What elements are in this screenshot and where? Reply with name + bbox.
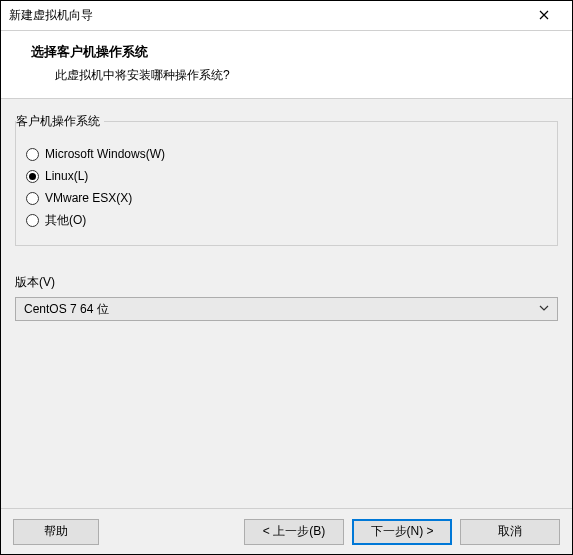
radio-windows[interactable]: Microsoft Windows(W)	[26, 143, 547, 165]
version-label: 版本(V)	[15, 274, 558, 291]
radio-icon	[26, 170, 39, 183]
chevron-down-icon	[539, 302, 549, 316]
radio-label: Linux(L)	[45, 169, 88, 183]
radio-icon	[26, 148, 39, 161]
footer: 帮助 < 上一步(B) 下一步(N) > 取消	[1, 508, 572, 554]
guest-os-legend: 客户机操作系统	[16, 113, 104, 130]
next-button[interactable]: 下一步(N) >	[352, 519, 452, 545]
radio-linux[interactable]: Linux(L)	[26, 165, 547, 187]
header-subtitle: 此虚拟机中将安装哪种操作系统?	[31, 67, 556, 84]
wizard-window: 新建虚拟机向导 选择客户机操作系统 此虚拟机中将安装哪种操作系统? 客户机操作系…	[0, 0, 573, 555]
close-icon	[539, 9, 549, 23]
radio-label: 其他(O)	[45, 212, 86, 229]
header-title: 选择客户机操作系统	[31, 43, 556, 61]
radio-label: Microsoft Windows(W)	[45, 147, 165, 161]
back-button[interactable]: < 上一步(B)	[244, 519, 344, 545]
version-selected-value: CentOS 7 64 位	[24, 301, 109, 318]
radio-other[interactable]: 其他(O)	[26, 209, 547, 231]
header-panel: 选择客户机操作系统 此虚拟机中将安装哪种操作系统?	[1, 31, 572, 99]
body-panel: 客户机操作系统 Microsoft Windows(W) Linux(L) VM…	[1, 99, 572, 508]
cancel-button[interactable]: 取消	[460, 519, 560, 545]
window-title: 新建虚拟机向导	[9, 7, 524, 24]
guest-os-group: 客户机操作系统 Microsoft Windows(W) Linux(L) VM…	[15, 121, 558, 246]
radio-vmware-esx[interactable]: VMware ESX(X)	[26, 187, 547, 209]
help-button[interactable]: 帮助	[13, 519, 99, 545]
radio-label: VMware ESX(X)	[45, 191, 132, 205]
radio-icon	[26, 214, 39, 227]
radio-icon	[26, 192, 39, 205]
titlebar: 新建虚拟机向导	[1, 1, 572, 31]
close-button[interactable]	[524, 2, 564, 30]
version-select[interactable]: CentOS 7 64 位	[15, 297, 558, 321]
